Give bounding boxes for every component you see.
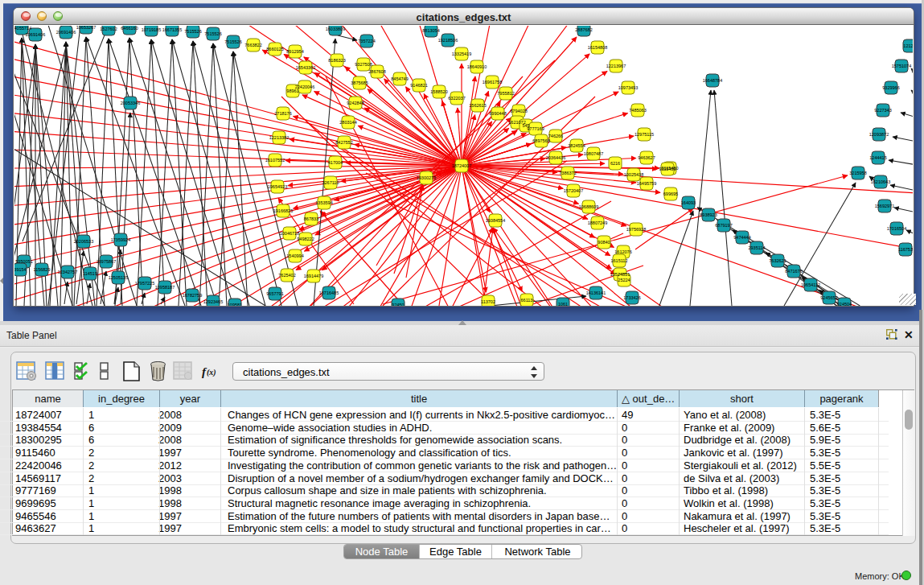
svg-text:14055714: 14055714 <box>14 26 31 31</box>
svg-text:19218506: 19218506 <box>438 38 458 43</box>
svg-text:12122: 12122 <box>903 43 913 48</box>
svg-text:6794028: 6794028 <box>510 109 527 113</box>
svg-text:1615112: 1615112 <box>610 258 627 263</box>
svg-text:20053346: 20053346 <box>121 101 140 105</box>
svg-text:16210643: 16210643 <box>871 179 890 184</box>
svg-text:20691406: 20691406 <box>26 32 45 37</box>
svg-text:699695: 699695 <box>663 192 678 196</box>
svg-text:7515526: 7515526 <box>204 31 221 36</box>
svg-text:113702: 113702 <box>481 299 495 304</box>
svg-text:9146821: 9146821 <box>410 83 427 88</box>
svg-text:7485063: 7485063 <box>629 108 646 113</box>
svg-text:16107552: 16107552 <box>265 158 285 163</box>
svg-text:2935114: 2935114 <box>748 245 765 250</box>
svg-text:18807249: 18807249 <box>588 220 607 225</box>
svg-text:12923465: 12923465 <box>203 299 223 304</box>
svg-text:8471676: 8471676 <box>785 269 802 274</box>
svg-text:9463627: 9463627 <box>638 155 655 160</box>
svg-text:1527602: 1527602 <box>100 27 117 31</box>
svg-text:12213382: 12213382 <box>269 135 289 140</box>
svg-text:3215958: 3215958 <box>849 171 866 175</box>
svg-text:19654923: 19654923 <box>268 184 287 189</box>
svg-text:12342757: 12342757 <box>58 270 77 274</box>
svg-text:746266: 746266 <box>548 134 563 138</box>
svg-text:164093: 164093 <box>681 200 696 205</box>
svg-text:13716485: 13716485 <box>319 290 339 295</box>
svg-text:7386372: 7386372 <box>559 171 576 175</box>
svg-text:90840: 90840 <box>598 240 610 245</box>
svg-text:18640910: 18640910 <box>467 64 487 69</box>
svg-text:6322037: 6322037 <box>448 96 465 101</box>
svg-text:9777169: 9777169 <box>527 126 544 131</box>
svg-text:3267110: 3267110 <box>322 180 339 185</box>
svg-text:16648784: 16648784 <box>703 78 722 83</box>
svg-text:8454749: 8454749 <box>391 76 408 81</box>
svg-text:25224: 25224 <box>618 278 630 282</box>
svg-text:9115400: 9115400 <box>659 167 676 171</box>
svg-text:3875685: 3875685 <box>351 80 368 85</box>
svg-text:23975867: 23975867 <box>97 259 116 264</box>
svg-text:8427552: 8427552 <box>335 140 352 145</box>
svg-text:8660125: 8660125 <box>266 47 283 51</box>
svg-text:6466160: 6466160 <box>121 26 138 31</box>
svg-text:12975115: 12975115 <box>634 132 654 137</box>
svg-text:15720407: 15720407 <box>564 188 583 193</box>
svg-text:1353594: 1353594 <box>315 200 332 205</box>
svg-text:16033809: 16033809 <box>326 27 345 31</box>
svg-text:17359924: 17359924 <box>111 237 130 242</box>
svg-text:9474444: 9474444 <box>733 235 750 240</box>
svg-text:114519: 114519 <box>83 271 97 276</box>
svg-text:16671355: 16671355 <box>162 27 182 32</box>
svg-text:7955812: 7955812 <box>497 91 514 96</box>
svg-text:6897568: 6897568 <box>532 138 549 143</box>
svg-text:1061: 1061 <box>558 302 568 306</box>
svg-text:66113: 66113 <box>521 298 533 303</box>
svg-text:116753: 116753 <box>898 247 913 252</box>
svg-text:8813054: 8813054 <box>422 28 439 33</box>
svg-text:12213967: 12213967 <box>606 64 626 68</box>
svg-text:1562615: 1562615 <box>469 103 486 108</box>
svg-text:1733426: 1733426 <box>623 295 640 300</box>
svg-text:7515526: 7515526 <box>224 39 241 44</box>
svg-text:19300275: 19300275 <box>417 175 436 180</box>
svg-text:12093872: 12093872 <box>869 132 889 137</box>
svg-text:2718176: 2718176 <box>274 111 291 116</box>
svg-text:9227343: 9227343 <box>874 108 891 113</box>
svg-text:20206533: 20206533 <box>74 239 93 244</box>
svg-text:10958187: 10958187 <box>155 285 175 290</box>
svg-text:10688609: 10688609 <box>579 204 598 209</box>
svg-text:8186323: 8186323 <box>328 58 345 63</box>
svg-text:109581: 109581 <box>228 303 242 306</box>
svg-text:2887682: 2887682 <box>575 27 592 32</box>
svg-text:867833: 867833 <box>304 216 318 221</box>
svg-text:17016504: 17016504 <box>887 226 906 231</box>
svg-text:16154808: 16154808 <box>588 45 607 50</box>
svg-text:924504: 924504 <box>837 302 852 306</box>
svg-text:22420046: 22420046 <box>295 84 314 89</box>
svg-text:9657791: 9657791 <box>266 291 283 296</box>
svg-text:1612076: 1612076 <box>614 249 631 254</box>
svg-text:9329966: 9329966 <box>882 85 899 90</box>
svg-text:6879197: 6879197 <box>715 223 732 228</box>
svg-text:16495759: 16495759 <box>637 181 656 186</box>
svg-text:10025438: 10025438 <box>624 172 643 177</box>
svg-text:12505135: 12505135 <box>109 275 128 280</box>
svg-text:1588520: 1588520 <box>430 89 447 94</box>
svg-text:9242848: 9242848 <box>347 101 363 105</box>
svg-text:7625402: 7625402 <box>278 273 295 278</box>
svg-text:16543362: 16543362 <box>296 65 315 70</box>
svg-text:10719185: 10719185 <box>142 27 161 32</box>
svg-text:19384554: 19384554 <box>486 218 505 223</box>
svg-text:19166825: 19166825 <box>273 208 293 213</box>
svg-text:20691406: 20691406 <box>56 30 76 35</box>
svg-text:2867608: 2867608 <box>368 69 385 74</box>
svg-text:9498222: 9498222 <box>297 237 314 241</box>
svg-text:10973493: 10973493 <box>618 85 638 90</box>
svg-text:92450: 92450 <box>392 303 404 306</box>
svg-text:18724007: 18724007 <box>452 163 471 168</box>
svg-text:5350051: 5350051 <box>15 259 32 264</box>
svg-text:9327508: 9327508 <box>355 62 372 67</box>
svg-text:3824554: 3824554 <box>568 143 585 148</box>
svg-text:10046718: 10046718 <box>280 231 299 236</box>
svg-text:8938923: 8938923 <box>700 212 717 217</box>
